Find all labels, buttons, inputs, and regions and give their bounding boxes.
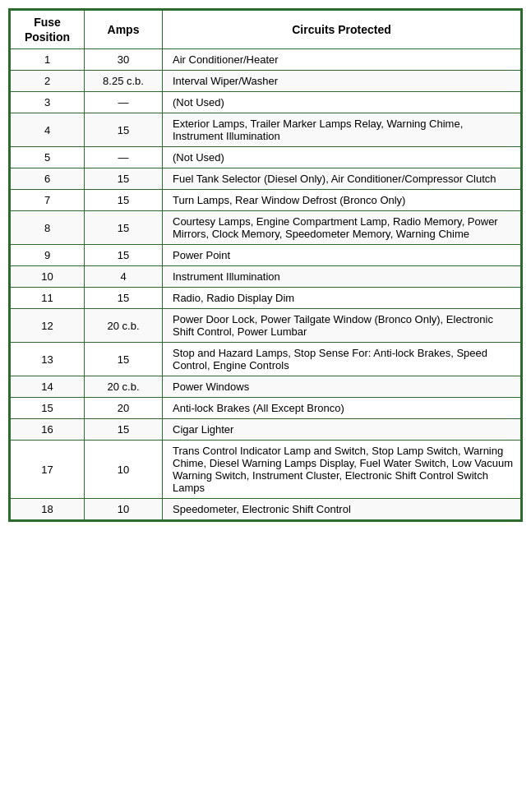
table-row: 28.25 c.b.Interval Wiper/Washer — [11, 71, 521, 92]
table-row: 1220 c.b.Power Door Lock, Power Tailgate… — [11, 309, 521, 343]
table-row: 1420 c.b.Power Windows — [11, 376, 521, 398]
fuse-position: 6 — [11, 168, 85, 190]
fuse-circuit: Trans Control Indicator Lamp and Switch,… — [163, 441, 521, 499]
table-row: 1710Trans Control Indicator Lamp and Swi… — [11, 441, 521, 499]
fuse-circuit: Cigar Lighter — [163, 419, 521, 441]
table-row: 415Exterior Lamps, Trailer Marker Lamps … — [11, 113, 521, 147]
fuse-position: 12 — [11, 309, 85, 343]
fuse-position: 17 — [11, 441, 85, 499]
fuse-position: 5 — [11, 147, 85, 168]
fuse-circuit: Interval Wiper/Washer — [163, 71, 521, 92]
fuse-amps: 8.25 c.b. — [85, 71, 163, 92]
fuse-amps: 15 — [85, 419, 163, 441]
fuse-amps: 15 — [85, 288, 163, 309]
fuse-circuit: Fuel Tank Selector (Diesel Only), Air Co… — [163, 168, 521, 190]
table-row: 1315Stop and Hazard Lamps, Stop Sense Fo… — [11, 343, 521, 376]
fuse-circuit: (Not Used) — [163, 147, 521, 168]
fuse-circuit: Radio, Radio Display Dim — [163, 288, 521, 309]
fuse-position: 10 — [11, 266, 85, 288]
fuse-position: 16 — [11, 419, 85, 441]
header-amps: Amps — [85, 11, 163, 49]
table-row: 615Fuel Tank Selector (Diesel Only), Air… — [11, 168, 521, 190]
table-row: 815Courtesy Lamps, Engine Compartment La… — [11, 211, 521, 245]
fuse-amps: 15 — [85, 168, 163, 190]
fuse-position: 8 — [11, 211, 85, 245]
fuse-circuit: Power Point — [163, 245, 521, 266]
fuse-circuit: Power Windows — [163, 376, 521, 398]
table-row: 1520Anti-lock Brakes (All Except Bronco) — [11, 398, 521, 419]
fuse-circuit: Speedometer, Electronic Shift Control — [163, 499, 521, 520]
fuse-position: 14 — [11, 376, 85, 398]
fuse-amps: 15 — [85, 343, 163, 376]
fuse-position: 13 — [11, 343, 85, 376]
fuse-circuit: Instrument Illumination — [163, 266, 521, 288]
fuse-amps: 4 — [85, 266, 163, 288]
fuse-table-container: FusePosition Amps Circuits Protected 130… — [8, 8, 523, 522]
table-row: 3—(Not Used) — [11, 92, 521, 113]
table-row: 1115Radio, Radio Display Dim — [11, 288, 521, 309]
table-row: 1810Speedometer, Electronic Shift Contro… — [11, 499, 521, 520]
fuse-position: 7 — [11, 190, 85, 211]
fuse-table: FusePosition Amps Circuits Protected 130… — [10, 10, 521, 520]
fuse-amps: — — [85, 92, 163, 113]
table-row: 130Air Conditioner/Heater — [11, 49, 521, 71]
fuse-position: 2 — [11, 71, 85, 92]
fuse-circuit: Power Door Lock, Power Tailgate Window (… — [163, 309, 521, 343]
table-row: 104Instrument Illumination — [11, 266, 521, 288]
fuse-position: 9 — [11, 245, 85, 266]
fuse-position: 18 — [11, 499, 85, 520]
fuse-position: 3 — [11, 92, 85, 113]
header-row: FusePosition Amps Circuits Protected — [11, 11, 521, 49]
fuse-circuit: Exterior Lamps, Trailer Marker Lamps Rel… — [163, 113, 521, 147]
fuse-circuit: Courtesy Lamps, Engine Compartment Lamp,… — [163, 211, 521, 245]
fuse-amps: 10 — [85, 499, 163, 520]
fuse-amps: 15 — [85, 245, 163, 266]
fuse-amps: — — [85, 147, 163, 168]
fuse-amps: 15 — [85, 190, 163, 211]
fuse-amps: 20 — [85, 398, 163, 419]
fuse-amps: 15 — [85, 211, 163, 245]
fuse-circuit: Stop and Hazard Lamps, Stop Sense For: A… — [163, 343, 521, 376]
fuse-circuit: Air Conditioner/Heater — [163, 49, 521, 71]
fuse-position: 15 — [11, 398, 85, 419]
fuse-position: 4 — [11, 113, 85, 147]
fuse-amps: 30 — [85, 49, 163, 71]
table-row: 915Power Point — [11, 245, 521, 266]
header-position: FusePosition — [11, 11, 85, 49]
table-row: 715Turn Lamps, Rear Window Defrost (Bron… — [11, 190, 521, 211]
fuse-amps: 20 c.b. — [85, 309, 163, 343]
fuse-position: 1 — [11, 49, 85, 71]
table-row: 1615Cigar Lighter — [11, 419, 521, 441]
fuse-amps: 15 — [85, 113, 163, 147]
fuse-amps: 10 — [85, 441, 163, 499]
fuse-amps: 20 c.b. — [85, 376, 163, 398]
table-row: 5—(Not Used) — [11, 147, 521, 168]
fuse-circuit: (Not Used) — [163, 92, 521, 113]
fuse-position: 11 — [11, 288, 85, 309]
fuse-circuit: Anti-lock Brakes (All Except Bronco) — [163, 398, 521, 419]
header-circuits: Circuits Protected — [163, 11, 521, 49]
fuse-circuit: Turn Lamps, Rear Window Defrost (Bronco … — [163, 190, 521, 211]
